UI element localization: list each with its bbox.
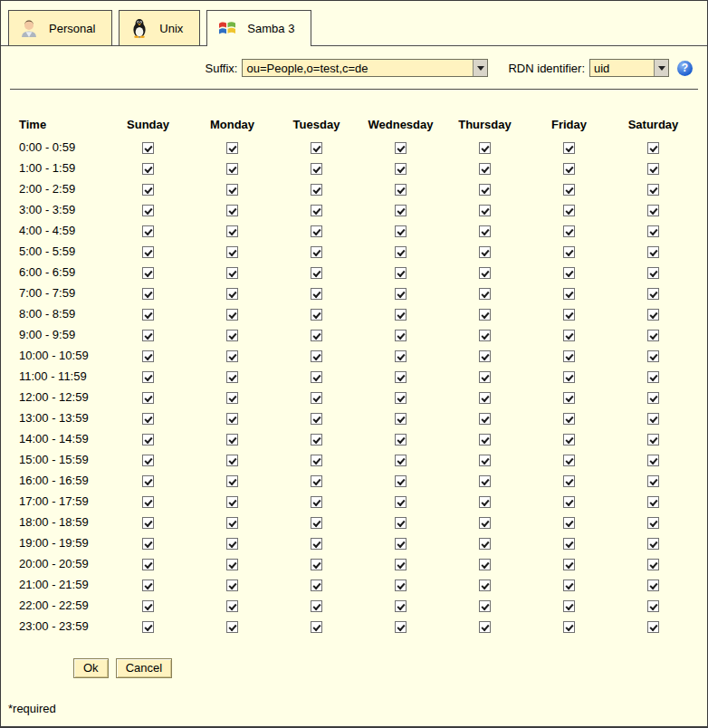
hour-5-tuesday-checkbox[interactable] — [311, 246, 322, 258]
hour-16-tuesday-checkbox[interactable] — [311, 475, 322, 487]
hour-17-wednesday-checkbox[interactable] — [395, 496, 407, 508]
hour-11-tuesday-checkbox[interactable] — [311, 371, 322, 383]
hour-5-thursday-checkbox[interactable] — [479, 246, 491, 258]
hour-15-tuesday-checkbox[interactable] — [311, 455, 322, 466]
hour-19-tuesday-checkbox[interactable] — [311, 538, 322, 550]
hour-17-thursday-checkbox[interactable] — [479, 496, 491, 508]
hour-10-monday-checkbox[interactable] — [226, 350, 238, 362]
hour-16-monday-checkbox[interactable] — [226, 475, 238, 487]
hour-13-thursday-checkbox[interactable] — [479, 413, 491, 425]
hour-16-thursday-checkbox[interactable] — [479, 475, 491, 487]
hour-6-sunday-checkbox[interactable] — [142, 267, 154, 279]
hour-0-wednesday-checkbox[interactable] — [395, 142, 407, 154]
hour-17-friday-checkbox[interactable] — [563, 496, 575, 508]
hour-22-friday-checkbox[interactable] — [563, 600, 575, 612]
hour-3-tuesday-checkbox[interactable] — [311, 205, 322, 216]
hour-19-sunday-checkbox[interactable] — [142, 538, 154, 550]
hour-7-saturday-checkbox[interactable] — [647, 288, 659, 300]
hour-1-tuesday-checkbox[interactable] — [311, 163, 322, 175]
hour-14-friday-checkbox[interactable] — [563, 434, 575, 445]
hour-2-thursday-checkbox[interactable] — [479, 184, 491, 196]
hour-4-saturday-checkbox[interactable] — [647, 225, 659, 237]
hour-4-monday-checkbox[interactable] — [226, 225, 238, 237]
hour-17-saturday-checkbox[interactable] — [647, 496, 659, 508]
hour-7-sunday-checkbox[interactable] — [142, 288, 154, 300]
hour-8-sunday-checkbox[interactable] — [142, 309, 154, 321]
hour-12-monday-checkbox[interactable] — [226, 392, 238, 404]
hour-3-wednesday-checkbox[interactable] — [395, 205, 407, 216]
hour-22-tuesday-checkbox[interactable] — [311, 600, 322, 612]
hour-22-thursday-checkbox[interactable] — [479, 600, 491, 612]
hour-10-saturday-checkbox[interactable] — [647, 350, 659, 362]
hour-4-sunday-checkbox[interactable] — [142, 225, 154, 237]
hour-20-sunday-checkbox[interactable] — [142, 559, 154, 570]
hour-21-tuesday-checkbox[interactable] — [311, 580, 322, 591]
hour-5-sunday-checkbox[interactable] — [142, 246, 154, 258]
hour-6-friday-checkbox[interactable] — [563, 267, 575, 279]
hour-11-saturday-checkbox[interactable] — [647, 371, 659, 383]
hour-16-sunday-checkbox[interactable] — [142, 475, 154, 487]
hour-22-monday-checkbox[interactable] — [226, 600, 238, 612]
hour-7-thursday-checkbox[interactable] — [479, 288, 491, 300]
hour-13-sunday-checkbox[interactable] — [142, 413, 154, 425]
hour-2-sunday-checkbox[interactable] — [142, 184, 154, 196]
hour-12-saturday-checkbox[interactable] — [647, 392, 659, 404]
hour-9-thursday-checkbox[interactable] — [479, 330, 491, 341]
hour-23-wednesday-checkbox[interactable] — [395, 621, 407, 633]
tab-personal[interactable]: Personal — [8, 10, 112, 45]
hour-21-monday-checkbox[interactable] — [226, 580, 238, 591]
hour-22-wednesday-checkbox[interactable] — [395, 600, 407, 612]
hour-8-saturday-checkbox[interactable] — [647, 309, 659, 321]
hour-14-sunday-checkbox[interactable] — [142, 434, 154, 445]
hour-11-thursday-checkbox[interactable] — [479, 371, 491, 383]
hour-4-tuesday-checkbox[interactable] — [311, 225, 322, 237]
hour-0-saturday-checkbox[interactable] — [647, 142, 659, 154]
hour-19-monday-checkbox[interactable] — [226, 538, 238, 550]
hour-13-friday-checkbox[interactable] — [563, 413, 575, 425]
ok-button[interactable]: Ok — [73, 658, 109, 678]
hour-18-saturday-checkbox[interactable] — [647, 517, 659, 529]
hour-14-wednesday-checkbox[interactable] — [395, 434, 407, 445]
hour-23-friday-checkbox[interactable] — [563, 621, 575, 633]
hour-8-tuesday-checkbox[interactable] — [311, 309, 322, 321]
hour-15-friday-checkbox[interactable] — [563, 455, 575, 466]
cancel-button[interactable]: Cancel — [116, 658, 172, 678]
hour-18-sunday-checkbox[interactable] — [142, 517, 154, 529]
hour-8-monday-checkbox[interactable] — [226, 309, 238, 321]
hour-15-thursday-checkbox[interactable] — [479, 455, 491, 466]
hour-6-saturday-checkbox[interactable] — [647, 267, 659, 279]
hour-18-thursday-checkbox[interactable] — [479, 517, 491, 529]
hour-23-monday-checkbox[interactable] — [226, 621, 238, 633]
hour-7-wednesday-checkbox[interactable] — [395, 288, 407, 300]
hour-2-monday-checkbox[interactable] — [226, 184, 238, 196]
hour-16-friday-checkbox[interactable] — [563, 475, 575, 487]
hour-12-friday-checkbox[interactable] — [563, 392, 575, 404]
rdn-identifier-select[interactable]: uid — [589, 59, 669, 77]
hour-10-friday-checkbox[interactable] — [563, 350, 575, 362]
hour-2-saturday-checkbox[interactable] — [647, 184, 659, 196]
hour-9-sunday-checkbox[interactable] — [142, 330, 154, 341]
hour-13-saturday-checkbox[interactable] — [647, 413, 659, 425]
hour-20-monday-checkbox[interactable] — [226, 559, 238, 570]
hour-12-sunday-checkbox[interactable] — [142, 392, 154, 404]
tab-unix[interactable]: Unix — [119, 10, 200, 45]
hour-23-tuesday-checkbox[interactable] — [311, 621, 322, 633]
hour-22-sunday-checkbox[interactable] — [142, 600, 154, 612]
hour-10-sunday-checkbox[interactable] — [142, 350, 154, 362]
hour-4-wednesday-checkbox[interactable] — [395, 225, 407, 237]
hour-6-wednesday-checkbox[interactable] — [395, 267, 407, 279]
hour-19-friday-checkbox[interactable] — [563, 538, 575, 550]
hour-12-wednesday-checkbox[interactable] — [395, 392, 407, 404]
hour-11-wednesday-checkbox[interactable] — [395, 371, 407, 383]
hour-4-thursday-checkbox[interactable] — [479, 225, 491, 237]
hour-9-saturday-checkbox[interactable] — [647, 330, 659, 341]
suffix-select[interactable]: ou=People,o=test,c=de — [242, 59, 488, 77]
hour-15-sunday-checkbox[interactable] — [142, 455, 154, 466]
hour-20-saturday-checkbox[interactable] — [647, 559, 659, 570]
hour-10-wednesday-checkbox[interactable] — [395, 350, 407, 362]
hour-16-wednesday-checkbox[interactable] — [395, 475, 407, 487]
hour-14-thursday-checkbox[interactable] — [479, 434, 491, 445]
hour-1-saturday-checkbox[interactable] — [647, 163, 659, 175]
hour-18-wednesday-checkbox[interactable] — [395, 517, 407, 529]
hour-6-tuesday-checkbox[interactable] — [311, 267, 322, 279]
